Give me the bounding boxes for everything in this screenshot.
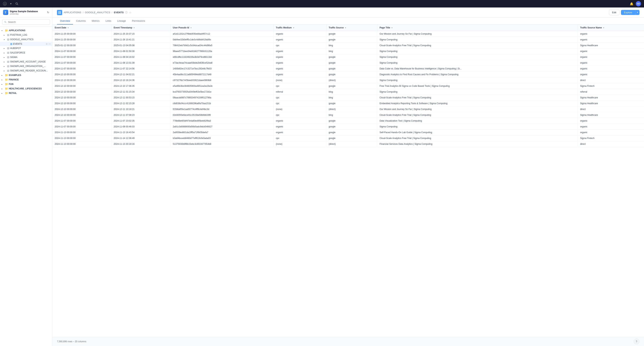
table-row[interactable]: 2025-01-12 00:00:002025-01-13 04:05:0879… <box>52 43 644 48</box>
col-traffic-source[interactable]: Traffic Source ▾ <box>326 24 377 31</box>
table-cell: (direct) <box>326 77 377 83</box>
table-cell: 45b4aa9bc311a885f49feb8872117d48 <box>170 72 274 77</box>
table-row[interactable]: 2024-12-10 00:00:002024-12-11 07:08:2302… <box>52 112 644 118</box>
table-cell: google <box>326 37 377 43</box>
table-icon: ⊟ <box>7 47 9 50</box>
table-row[interactable]: 2024-11-07 00:00:002024-11-08 00:46:032a… <box>52 124 644 130</box>
explore-button[interactable]: Explore <box>621 10 635 15</box>
help-button[interactable]: ? <box>634 339 640 345</box>
table-row[interactable]: 2024-11-13 00:00:002024-11-13 16:43:542a… <box>52 130 644 135</box>
table-row[interactable]: 2024-11-07 00:00:002024-11-08 13:31:39e7… <box>52 60 644 66</box>
col-traffic-medium[interactable]: Traffic Medium ▾ <box>274 24 326 31</box>
sidebar-item-healthcare[interactable]: ▸ 📁 HEALTHCARE_LIFESCIENCES <box>0 86 52 91</box>
table-row[interactable]: 2024-11-07 00:00:002024-11-08 01:50:3098… <box>52 48 644 54</box>
sidebar-item-examples[interactable]: ▸ 📁 EXAMPLES <box>0 73 52 77</box>
col-event-timestamp[interactable]: Event Timestamp ▾ <box>111 24 170 31</box>
table-cell: b3a84bceeb8460d77eff619cfe0ada03 <box>170 135 274 141</box>
table-row[interactable]: 2024-12-10 00:00:002024-12-10 17:36:35e5… <box>52 83 644 89</box>
tab-permissions[interactable]: Permissions <box>129 17 148 24</box>
sidebar-item-google-analytics[interactable]: ▾ ⊟ GOOGLE_ANALYTICS <box>0 37 52 42</box>
table-cell: organic <box>274 72 326 77</box>
table-cell: organic <box>578 48 644 54</box>
more-icon[interactable]: ⋯ <box>48 43 51 45</box>
explore-button-group: Explore ▾ <box>621 10 640 15</box>
sidebar-item-label: SNOWFLAKE_READER_ACCOUN... <box>10 69 51 72</box>
table-cell: (direct) <box>326 141 377 147</box>
sidebar-item-fivetran-log[interactable]: ▸ ⊟ FIVETRAN_LOG <box>0 33 52 37</box>
table-cell: Diagnostic Analytics to Find Root Causes… <box>377 72 578 77</box>
edit-button[interactable]: Edit <box>609 10 620 15</box>
table-cell: organic <box>274 118 326 124</box>
info-icon[interactable]: ⓘ <box>125 11 128 14</box>
col-event-date[interactable]: Event Date ▾ <box>52 24 111 31</box>
row-count-label: 7,560,896 rows – 20 columns <box>57 340 86 343</box>
table-cell: bing <box>326 43 377 48</box>
table-row[interactable]: 2024-11-13 00:00:002024-11-13 20:18:1651… <box>52 141 644 147</box>
sidebar-item-hubspot[interactable]: ▸ ⊟ HUBSPOT <box>0 46 52 50</box>
bell-icon[interactable]: 🔔 <box>630 2 634 5</box>
col-page-title[interactable]: Page Title ▾ <box>377 24 578 31</box>
table-row[interactable]: 2024-12-10 00:00:002024-12-11 01:15:34bc… <box>52 89 644 95</box>
sidebar-item-label: FIVETRAN_LOG <box>10 34 51 36</box>
tab-links[interactable]: Links <box>102 17 114 24</box>
table-cell: 2024-11-13 00:00:00 <box>52 135 111 141</box>
table-row[interactable]: 2024-11-07 00:00:002024-11-08 04:16:02e9… <box>52 54 644 60</box>
sidebar-item-fun[interactable]: ▸ 📁 FUN <box>0 82 52 86</box>
refresh-icon[interactable]: ↻ <box>47 11 49 14</box>
sidebar-item-snowflake-reader[interactable]: ▸ ⊟ SNOWFLAKE_READER_ACCOUN... <box>0 68 52 73</box>
table-row[interactable]: 2024-11-07 00:00:002024-11-07 23:02:3577… <box>52 118 644 124</box>
table-cell: Sigma Healthcare <box>578 112 644 118</box>
table-cell: Cloud-Scale Analytics Free Trial | Sigma… <box>377 112 578 118</box>
star-icon[interactable]: ☆ <box>46 43 48 45</box>
sidebar-item-snowflake-account[interactable]: ▸ ⊟ SNOWFLAKE_ACCOUNT_USAGE <box>0 59 52 64</box>
content-header: APPLICATIONS / GOOGLE_ANALYTICS / EVENTS… <box>52 7 644 17</box>
table-cell: 2024-11-07 00:00:00 <box>52 66 111 72</box>
breadcrumb-item-applications[interactable]: APPLICATIONS <box>64 11 81 14</box>
tab-metrics[interactable]: Metrics <box>88 17 102 24</box>
table-row[interactable]: 2024-12-10 00:00:002024-12-10 16:24:36c9… <box>52 77 644 83</box>
sidebar-item-events[interactable]: ▸ ▦ EVENTS ☆ ⋯ <box>0 42 52 46</box>
table-row[interactable]: 2024-12-10 00:00:002024-12-11 02:15:28c8… <box>52 101 644 106</box>
header-actions: Edit Explore ▾ <box>609 10 640 15</box>
table-row[interactable]: 2024-11-25 00:00:002024-11-26 10:41:210d… <box>52 37 644 43</box>
col-user-pseudo-id[interactable]: User Pseudo Id ▾ <box>170 24 274 31</box>
table-cell: 2024-11-25 00:00:00 <box>52 31 111 37</box>
explore-dropdown-button[interactable]: ▾ <box>635 10 640 15</box>
table-cell: (none) <box>274 77 326 83</box>
table-row[interactable]: 2024-12-10 00:00:002024-12-11 10:18:21f2… <box>52 106 644 112</box>
table-row[interactable]: 2024-11-13 00:00:002024-11-14 12:36:49b3… <box>52 135 644 141</box>
sidebar-item-label: EXAMPLES <box>9 74 51 76</box>
table-cell: e90cdfbc118249226a3b3d79cd66118d <box>170 54 274 60</box>
table-cell: 2024-11-08 01:50:30 <box>111 48 170 54</box>
sidebar-item-finance[interactable]: ▸ 📁 FINANCE <box>0 77 52 82</box>
table-row[interactable]: 2024-12-10 00:00:002024-12-11 00:53:1508… <box>52 95 644 101</box>
table-cell: 2024-11-07 00:00:00 <box>52 48 111 54</box>
table-cell: google <box>326 83 377 89</box>
table-cell: google <box>326 72 377 77</box>
tab-columns[interactable]: Columns <box>73 17 88 24</box>
sidebar-item-label: SIGMA <box>10 56 51 58</box>
table-row[interactable]: 2024-12-10 00:00:002024-12-11 04:02:2145… <box>52 72 644 77</box>
folder-icon: 📁 <box>5 83 8 86</box>
sidebar-item-salesforce[interactable]: ▸ ⊟ SALESFORCE <box>0 50 52 55</box>
table-cell: google <box>326 135 377 141</box>
sidebar-item-sigma[interactable]: ▸ ⊟ SIGMA <box>0 55 52 59</box>
sidebar-item-retail[interactable]: ▸ 📁 RETAIL <box>0 91 52 95</box>
table-cell: organic <box>578 37 644 43</box>
tab-lineage[interactable]: Lineage <box>114 17 129 24</box>
col-traffic-source-name[interactable]: Traffic Source Name ▾ <box>578 24 644 31</box>
table-cell: 2024-11-08 04:16:02 <box>111 54 170 60</box>
search-input[interactable] <box>8 20 48 23</box>
sidebar-item-applications[interactable]: ▾ 📁 APPLICATIONS <box>0 28 52 33</box>
tab-overview[interactable]: Overview <box>57 17 73 24</box>
breadcrumb-item-google-analytics[interactable]: GOOGLE_ANALYTICS <box>85 11 110 14</box>
star-icon[interactable]: ☆ <box>129 11 132 14</box>
table-cell: 2024-11-13 20:18:16 <box>111 141 170 147</box>
search-box[interactable] <box>2 19 50 25</box>
search-icon[interactable] <box>15 2 19 5</box>
user-avatar[interactable]: SD <box>636 1 641 6</box>
table-cell: 02d305f3e6ece91c3515be58bfdb33f8 <box>170 112 274 118</box>
table-row[interactable]: 2024-11-25 00:00:002024-11-25 20:37:15af… <box>52 31 644 37</box>
table-row[interactable]: 2024-11-07 00:00:002024-11-07 22:14:5614… <box>52 66 644 72</box>
sidebar-item-snowflake-org[interactable]: ▸ ⊟ SNOWFLAKE_ORGANIZATION_... <box>0 64 52 68</box>
